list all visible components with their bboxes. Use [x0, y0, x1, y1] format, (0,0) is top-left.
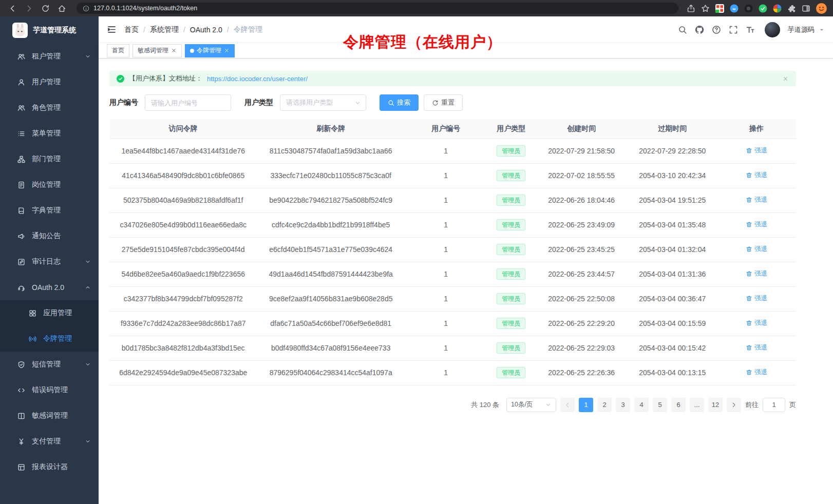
force-logout-button[interactable]: 强退	[746, 319, 767, 327]
sidebar-item-dict[interactable]: 字典管理	[0, 198, 99, 223]
delete-icon	[746, 246, 752, 253]
page-6-button[interactable]: 6	[671, 398, 686, 412]
refresh-token-cell: 811c530487574fa0af1a59d3abc1aa66	[257, 139, 404, 163]
browser-forward-icon[interactable]	[25, 4, 33, 13]
extension-rainbow-icon[interactable]	[773, 4, 782, 13]
sidebar-item-pay[interactable]: 支付管理	[0, 429, 99, 454]
force-logout-button[interactable]: 强退	[746, 294, 767, 303]
page-12-button[interactable]: 12	[708, 398, 723, 412]
table-header-row: 访问令牌刷新令牌用户编号用户类型创建时间过期时间操作	[109, 119, 796, 139]
sidebar-item-oauth2-token[interactable]: 令牌管理	[0, 326, 99, 352]
sidebar-item-sensitive-word[interactable]: 敏感词管理	[0, 403, 99, 429]
page-1-button[interactable]: 1	[579, 398, 593, 412]
sidebar-item-dept[interactable]: 部门管理	[0, 146, 99, 172]
share-icon[interactable]	[687, 4, 695, 13]
extensions-puzzle-icon[interactable]	[787, 4, 796, 13]
fullscreen-icon[interactable]	[729, 25, 738, 34]
tab-home[interactable]: 首页	[107, 44, 129, 57]
page-size-select[interactable]: 10条/页	[506, 398, 556, 412]
browser-profile-avatar[interactable]	[816, 3, 827, 14]
user-type-badge: 管理员	[497, 195, 525, 206]
force-logout-button[interactable]: 强退	[746, 245, 767, 254]
force-logout-button[interactable]: 强退	[746, 343, 767, 352]
sidebar-item-menu[interactable]: 菜单管理	[0, 121, 99, 146]
page-ellipsis-button[interactable]: ...	[690, 398, 704, 412]
search-icon[interactable]	[678, 25, 687, 34]
extension-pixel-icon[interactable]	[715, 4, 724, 13]
tab-close-icon[interactable]	[171, 48, 177, 53]
tab-sensitive-word[interactable]: 敏感词管理	[132, 44, 182, 57]
user-id-cell: 1	[405, 262, 487, 286]
font-size-icon[interactable]	[746, 25, 755, 34]
goto-page-input[interactable]	[763, 398, 785, 412]
breadcrumb-item[interactable]: 系统管理	[150, 25, 179, 34]
site-info-icon[interactable]	[83, 5, 89, 12]
extension-green-icon[interactable]	[759, 4, 767, 13]
user-type-select[interactable]: 请选择用户类型	[280, 94, 366, 111]
sidebar-item-error-code[interactable]: 错误码管理	[0, 377, 99, 403]
chevron-up-icon	[85, 284, 91, 290]
force-logout-button[interactable]: 强退	[746, 220, 767, 229]
help-icon[interactable]	[712, 25, 721, 34]
page-5-button[interactable]: 5	[653, 398, 667, 412]
force-logout-button[interactable]: 强退	[746, 269, 767, 278]
user-id-input[interactable]	[145, 94, 231, 111]
sidebar-item-notice[interactable]: 通知公告	[0, 223, 99, 249]
browser-home-icon[interactable]	[58, 4, 66, 13]
search-button[interactable]: 搜索	[380, 94, 419, 111]
tab-close-icon[interactable]	[224, 48, 230, 53]
split-view-icon[interactable]	[802, 4, 810, 13]
sidebar-item-audit-log[interactable]: 审计日志	[0, 249, 99, 275]
page-3-button[interactable]: 3	[616, 398, 630, 412]
sidebar-item-report-designer[interactable]: 报表设计器	[0, 454, 99, 480]
sidebar-item-user[interactable]: 用户管理	[0, 69, 99, 95]
sidebar-item-sms[interactable]: 短信管理	[0, 352, 99, 377]
browser-back-icon[interactable]	[8, 4, 17, 13]
refresh-token-cell: dfa6c71a50a54c66bef706ef9e6e8d81	[257, 311, 404, 336]
page-2-button[interactable]: 2	[597, 398, 612, 412]
next-page-button[interactable]	[727, 398, 741, 412]
chevron-down-icon[interactable]	[819, 27, 825, 33]
reset-button[interactable]: 重置	[424, 94, 463, 111]
url-bar[interactable]: 127.0.0.1:1024/system/oauth2/token	[77, 3, 678, 14]
force-logout-button[interactable]: 强退	[746, 171, 767, 180]
browser-reload-icon[interactable]	[41, 4, 50, 13]
sidebar-item-tenant[interactable]: 租户管理	[0, 44, 99, 69]
breadcrumb-separator: /	[143, 26, 145, 34]
table-row: 275e5de9151045fe87cbdc395e004f4de6cfd40e…	[109, 237, 796, 262]
goto-suffix: 页	[789, 400, 796, 410]
force-logout-button[interactable]: 强退	[746, 368, 767, 377]
app-logo[interactable]: 芋道管理系统	[0, 16, 99, 44]
extension-blue-icon[interactable]	[730, 4, 739, 13]
sidebar-item-role[interactable]: 角色管理	[0, 95, 99, 121]
url-text: 127.0.0.1:1024/system/oauth2/token	[93, 5, 197, 12]
user-avatar[interactable]	[765, 22, 780, 37]
alert-close-icon[interactable]	[782, 75, 789, 82]
bookmark-star-icon[interactable]	[701, 4, 710, 13]
extension-dark-icon[interactable]	[744, 4, 753, 13]
audit-icon	[17, 258, 25, 266]
chevron-down-icon	[85, 361, 91, 367]
create-time-cell: 2022-06-25 23:44:57	[535, 262, 628, 286]
prev-page-button[interactable]	[560, 398, 575, 412]
menu-fold-icon[interactable]	[107, 25, 117, 34]
sidebar-item-oauth2-app[interactable]: 应用管理	[0, 300, 99, 326]
force-logout-button[interactable]: 强退	[746, 146, 767, 155]
force-logout-button[interactable]: 强退	[746, 196, 767, 204]
breadcrumb-item[interactable]: OAuth 2.0	[190, 26, 222, 34]
create-time-cell: 2022-06-25 23:49:09	[535, 212, 628, 237]
expire-time-cell: 2054-03-04 00:15:42	[628, 336, 717, 360]
sidebar-item-oauth2[interactable]: OAuth 2.0	[0, 275, 99, 300]
doc-link[interactable]: https://doc.iocoder.cn/user-center/	[207, 75, 308, 83]
headset-icon	[17, 284, 25, 292]
user-id-cell: 1	[405, 212, 487, 237]
tab-oauth2-token[interactable]: 令牌管理	[185, 44, 235, 57]
sidebar-item-post[interactable]: 岗位管理	[0, 172, 99, 198]
browser-chrome: 127.0.0.1:1024/system/oauth2/token	[0, 0, 833, 16]
user-name[interactable]: 芋道源码	[788, 25, 815, 34]
page-4-button[interactable]: 4	[634, 398, 649, 412]
columns-icon	[17, 412, 25, 420]
delete-icon	[746, 320, 752, 326]
github-icon[interactable]	[695, 25, 704, 34]
breadcrumb-item[interactable]: 首页	[124, 25, 139, 34]
